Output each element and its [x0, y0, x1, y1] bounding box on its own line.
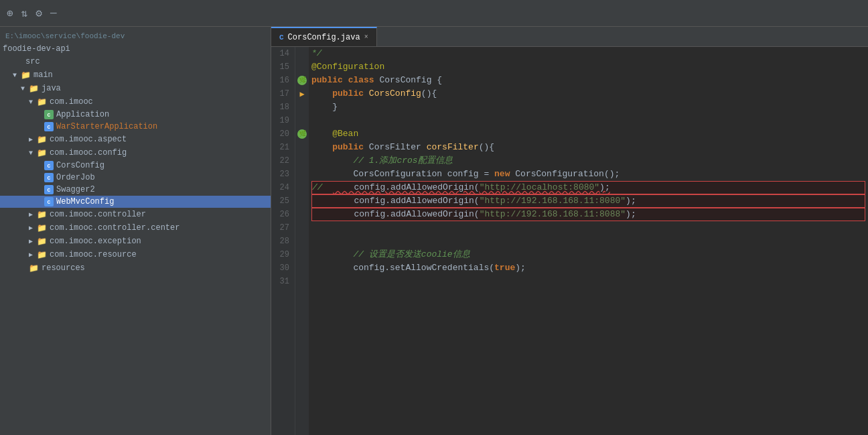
gutter-marker	[295, 221, 309, 235]
sidebar-item-Application[interactable]: CApplication	[0, 109, 271, 121]
breakpoint-arrow-icon: ▶	[299, 89, 304, 99]
gutter-marker	[295, 141, 309, 154]
code-token	[364, 141, 369, 154]
gutter-marker: 🌿	[295, 127, 309, 141]
code-line[interactable]	[311, 275, 865, 288]
code-line[interactable]: config.addAllowedOrigin("http://192.168.…	[311, 194, 865, 208]
sidebar-item-src[interactable]: src	[0, 55, 271, 68]
sidebar-item-com-imooc-controller[interactable]: 📁com.imooc.controller	[0, 208, 271, 221]
folder-icon: 📁	[36, 249, 47, 260]
code-token: public	[332, 87, 364, 101]
sidebar-item-label: com.imooc.controller.center	[50, 223, 179, 233]
line-numbers: 141516171819202122232425262728293031	[271, 47, 295, 435]
code-token: );	[626, 208, 636, 221]
line-number: 27	[277, 221, 289, 235]
code-line[interactable]: public CorsConfig(){	[311, 87, 865, 101]
code-token	[311, 248, 353, 261]
sidebar-item-label: com.imooc.resource	[50, 250, 137, 259]
code-token: @Configuration	[311, 60, 384, 74]
code-token: config.addAllowedOrigin(	[312, 208, 480, 221]
code-token: new	[494, 168, 510, 181]
code-line[interactable]: config.setAllowCredentials(true);	[311, 261, 865, 275]
class-green-icon: C	[44, 110, 54, 119]
line-number: 18	[277, 101, 289, 114]
sidebar-item-label: main	[33, 70, 53, 80]
code-line[interactable]	[311, 114, 865, 127]
sidebar-item-com-imooc-config[interactable]: 📁com.imooc.config	[0, 146, 271, 160]
code-token: );	[515, 261, 526, 275]
gutter-marker	[295, 47, 309, 60]
sidebar-item-label: Application	[56, 110, 109, 119]
code-line[interactable]: public CorsFilter corsFilter(){	[311, 141, 865, 154]
code-line[interactable]	[311, 235, 865, 248]
sidebar-item-resources[interactable]: 📁resources	[0, 261, 271, 275]
minimize-icon[interactable]: —	[50, 7, 57, 19]
sidebar-item-Swagger2[interactable]: CSwagger2	[0, 184, 271, 196]
code-token: CorsConfig	[379, 74, 431, 87]
code-line[interactable]: @Bean	[311, 127, 865, 141]
java-file-icon: C	[279, 34, 284, 42]
code-token: class	[348, 74, 374, 87]
editor-tab-corsconfigjava[interactable]: C CorsConfig.java ×	[271, 27, 377, 46]
code-line[interactable]: config.addAllowedOrigin("http://192.168.…	[311, 208, 865, 221]
sidebar-item-com-imooc[interactable]: 📁com.imooc	[0, 95, 271, 109]
code-line[interactable]: // 设置是否发送coolie信息	[311, 248, 865, 261]
code-token: config.addAllowedOrigin(	[333, 181, 479, 194]
sidebar-item-com-imooc-aspect[interactable]: 📁com.imooc.aspect	[0, 133, 271, 146]
sidebar-item-label: WarStarterApplication	[56, 122, 157, 131]
code-token	[311, 127, 332, 141]
code-line[interactable]: @Configuration	[311, 60, 865, 74]
sidebar-item-com-imooc-exception[interactable]: 📁com.imooc.exception	[0, 235, 271, 248]
sidebar-item-WebMvcConfig[interactable]: CWebMvcConfig	[0, 196, 271, 208]
tab-close-button[interactable]: ×	[364, 34, 368, 41]
code-token: // 1.添加cros配置信息	[353, 154, 452, 168]
code-token: );	[599, 181, 610, 194]
line-number: 24	[277, 181, 289, 194]
code-line[interactable]: // 1.添加cros配置信息	[311, 154, 865, 168]
code-line[interactable]: */	[311, 47, 865, 60]
sidebar-tree: foodie-dev-apisrc📁main📁java📁com.imoocCAp…	[0, 43, 271, 275]
code-line[interactable]: CorsConfiguration config = new CorsConfi…	[311, 168, 865, 181]
settings-icon[interactable]: ⚙	[35, 7, 42, 20]
code-token: */	[311, 47, 322, 60]
sidebar-item-com-imooc-resource[interactable]: 📁com.imooc.resource	[0, 248, 271, 261]
sidebar-item-main[interactable]: 📁main	[0, 68, 271, 82]
sort-icon[interactable]: ⇅	[21, 7, 28, 20]
code-token: "http://localhost:8080"	[480, 181, 599, 194]
class-icon: C	[44, 122, 54, 131]
code-token: CorsFilter	[369, 141, 421, 154]
class-icon: C	[44, 173, 54, 182]
code-token	[311, 154, 353, 168]
sidebar-item-java[interactable]: 📁java	[0, 82, 271, 95]
sidebar-item-label: com.imooc	[50, 97, 93, 107]
add-icon[interactable]: ⊕	[7, 7, 13, 20]
class-icon: C	[44, 197, 54, 206]
folder-icon: 📁	[28, 263, 39, 273]
code-line[interactable]: public class CorsConfig {	[311, 74, 865, 87]
sidebar-item-com-imooc-controller-center[interactable]: 📁com.imooc.controller.center	[0, 221, 271, 235]
folder-icon: 📁	[36, 209, 47, 220]
code-line[interactable]	[311, 221, 865, 235]
folder-icon: 📁	[36, 97, 47, 107]
code-line[interactable]: }	[311, 101, 865, 114]
sidebar-item-OrderJob[interactable]: COrderJob	[0, 172, 271, 184]
gutter-marker	[295, 101, 309, 114]
line-number: 19	[277, 114, 289, 127]
sidebar-item-label: com.imooc.exception	[50, 237, 141, 246]
line-number: 22	[277, 154, 289, 168]
sidebar-item-WarStarterApplication[interactable]: CWarStarterApplication	[0, 121, 271, 133]
code-token: CorsConfig	[369, 87, 421, 101]
class-icon: C	[44, 161, 54, 170]
line-number: 14	[277, 47, 289, 60]
line-number: 29	[277, 248, 289, 261]
gutter: 🌿▶🌿	[295, 47, 309, 435]
sidebar-item-CorsConfig[interactable]: CCorsConfig	[0, 160, 271, 172]
gutter-marker	[295, 181, 309, 194]
code-line[interactable]: // config.addAllowedOrigin("http://local…	[311, 181, 865, 194]
project-path: E:\imooc\service\foodie-dev	[5, 32, 125, 40]
class-icon: C	[44, 185, 54, 194]
sidebar-path: E:\imooc\service\foodie-dev	[0, 29, 271, 43]
code-token: config.setAllowCredentials(	[311, 261, 494, 275]
code-token	[311, 141, 332, 154]
gutter-marker	[295, 154, 309, 168]
